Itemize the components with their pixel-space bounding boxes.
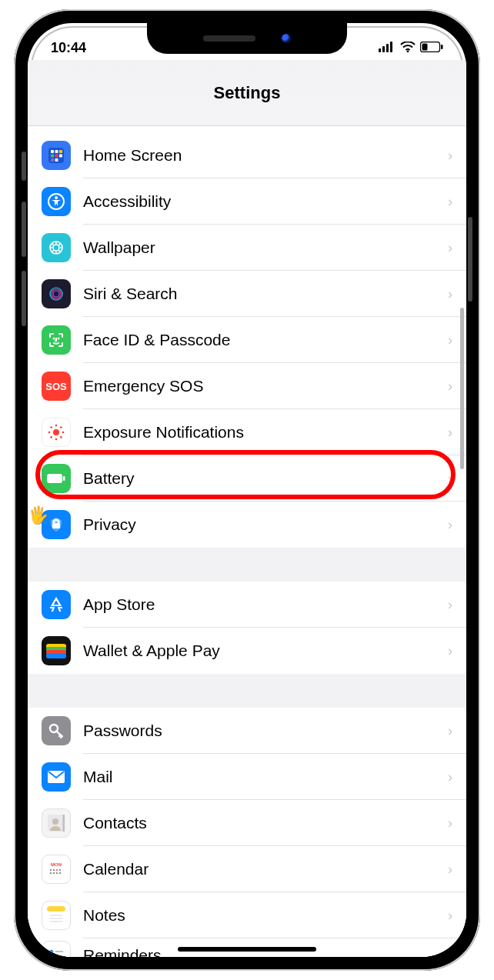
svg-point-29	[55, 438, 58, 441]
accessibility-icon	[42, 187, 71, 216]
svg-rect-1	[382, 46, 385, 52]
svg-point-67	[50, 950, 53, 953]
settings-row-passwords[interactable]: Passwords ›	[28, 708, 466, 754]
settings-row-face-id[interactable]: Face ID & Passcode ›	[28, 317, 466, 363]
mute-switch[interactable]	[22, 152, 26, 181]
chevron-right-icon: ›	[448, 908, 452, 924]
exposure-icon	[42, 418, 71, 447]
svg-rect-14	[59, 155, 62, 158]
page-title: Settings	[214, 83, 281, 103]
chevron-right-icon: ›	[448, 643, 452, 659]
face-id-icon	[42, 325, 71, 355]
settings-row-label: Battery	[83, 469, 448, 488]
settings-row-accessibility[interactable]: Accessibility ›	[28, 178, 466, 225]
svg-point-58	[53, 872, 55, 874]
settings-row-label: Wallpaper	[83, 238, 448, 257]
svg-point-4	[407, 50, 409, 52]
settings-row-emergency-sos[interactable]: SOS Emergency SOS ›	[28, 363, 466, 409]
wallet-icon	[42, 636, 71, 665]
settings-row-label: Calendar	[83, 860, 448, 878]
battery-icon	[42, 464, 71, 493]
svg-rect-62	[47, 906, 65, 912]
svg-rect-50	[63, 815, 65, 832]
sos-icon: SOS	[42, 372, 71, 401]
volume-up-button[interactable]	[22, 202, 26, 257]
svg-point-18	[55, 196, 58, 199]
svg-rect-12	[51, 155, 54, 158]
svg-rect-0	[379, 48, 381, 52]
front-camera	[282, 34, 291, 43]
wallpaper-icon	[42, 233, 71, 262]
svg-rect-13	[55, 155, 58, 158]
svg-rect-2	[386, 44, 389, 52]
chevron-right-icon: ›	[448, 815, 452, 832]
home-indicator[interactable]	[178, 947, 316, 952]
phone-frame: 10:44 Settings Home Screen	[14, 9, 480, 971]
svg-rect-7	[422, 43, 428, 50]
svg-point-27	[53, 429, 59, 435]
wifi-icon	[400, 40, 416, 56]
settings-row-label: Passwords	[83, 722, 448, 740]
settings-row-calendar[interactable]: MON Calendar ›	[28, 846, 466, 892]
settings-row-battery[interactable]: Battery ›	[28, 455, 466, 502]
volume-down-button[interactable]	[22, 271, 26, 326]
display-notch	[147, 23, 347, 54]
svg-rect-15	[51, 158, 54, 162]
settings-row-siri[interactable]: Siri & Search ›	[28, 271, 466, 317]
home-screen-icon	[42, 141, 71, 170]
settings-row-exposure[interactable]: Exposure Notifications ›	[28, 409, 466, 455]
svg-point-68	[50, 955, 53, 957]
settings-row-app-store[interactable]: App Store ›	[28, 582, 466, 628]
group-separator	[28, 674, 466, 708]
settings-row-label: Privacy	[83, 515, 448, 534]
svg-rect-37	[63, 476, 65, 481]
svg-rect-10	[55, 150, 58, 153]
settings-row-contacts[interactable]: Contacts ›	[28, 800, 466, 846]
svg-rect-6	[441, 45, 443, 49]
settings-row-label: Exposure Notifications	[83, 423, 448, 442]
settings-row-wallet[interactable]: Wallet & Apple Pay ›	[28, 628, 466, 674]
chevron-right-icon: ›	[448, 194, 452, 210]
svg-point-60	[59, 872, 61, 874]
settings-row-notes[interactable]: Notes ›	[28, 892, 466, 938]
contacts-icon	[42, 808, 71, 838]
svg-point-28	[55, 425, 58, 427]
settings-row-label: Notes	[83, 906, 448, 925]
svg-point-59	[56, 872, 58, 874]
svg-point-20	[53, 245, 59, 251]
svg-point-30	[48, 432, 51, 434]
settings-list[interactable]: Home Screen › Accessibility › Wallpaper …	[28, 126, 466, 957]
battery-status-icon	[420, 40, 443, 56]
chevron-right-icon: ›	[448, 862, 452, 878]
svg-point-31	[62, 432, 65, 434]
svg-point-54	[53, 869, 55, 871]
svg-rect-45	[46, 653, 66, 658]
settings-row-home-screen[interactable]: Home Screen ›	[28, 132, 466, 178]
settings-row-label: Face ID & Passcode	[83, 331, 448, 349]
chevron-right-icon: ›	[448, 517, 452, 533]
svg-point-55	[56, 869, 58, 871]
svg-point-56	[59, 869, 61, 871]
scroll-indicator	[460, 308, 464, 469]
chevron-right-icon: ›	[448, 769, 452, 785]
settings-group: Passwords › Mail › Contacts › MON Calend…	[28, 708, 466, 957]
cellular-signal-icon	[379, 40, 396, 56]
siri-icon	[42, 279, 71, 308]
svg-point-35	[60, 436, 62, 438]
svg-point-34	[50, 436, 52, 438]
svg-point-33	[60, 426, 62, 428]
svg-text:MON: MON	[51, 862, 62, 867]
settings-row-wallpaper[interactable]: Wallpaper ›	[28, 225, 466, 271]
svg-point-53	[50, 869, 52, 871]
svg-point-25	[54, 338, 55, 339]
settings-row-mail[interactable]: Mail ›	[28, 754, 466, 800]
status-time: 10:44	[51, 40, 86, 56]
calendar-icon: MON	[42, 855, 71, 884]
settings-group: Home Screen › Accessibility › Wallpaper …	[28, 126, 466, 548]
settings-row-label: Mail	[83, 768, 448, 786]
chevron-right-icon: ›	[448, 597, 452, 613]
settings-row-label: Contacts	[83, 814, 448, 832]
power-button[interactable]	[468, 217, 472, 302]
svg-rect-9	[51, 150, 54, 153]
settings-row-privacy[interactable]: 🖐 Privacy ›	[28, 502, 466, 548]
